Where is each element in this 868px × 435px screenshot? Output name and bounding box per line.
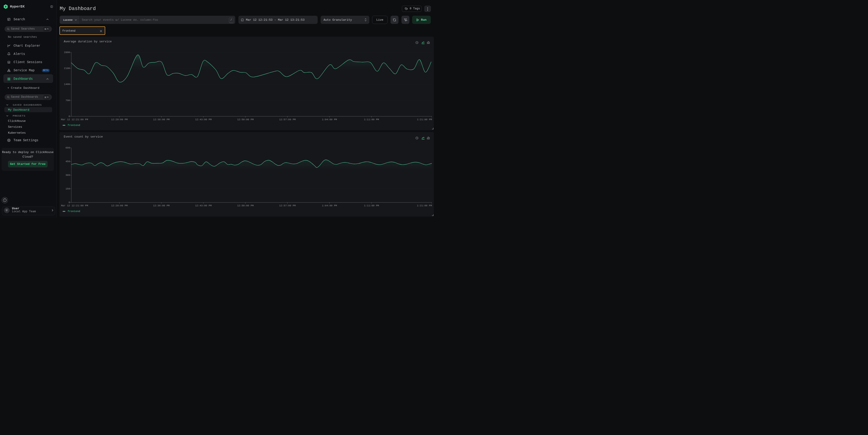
svg-text:?: ? (4, 199, 6, 202)
